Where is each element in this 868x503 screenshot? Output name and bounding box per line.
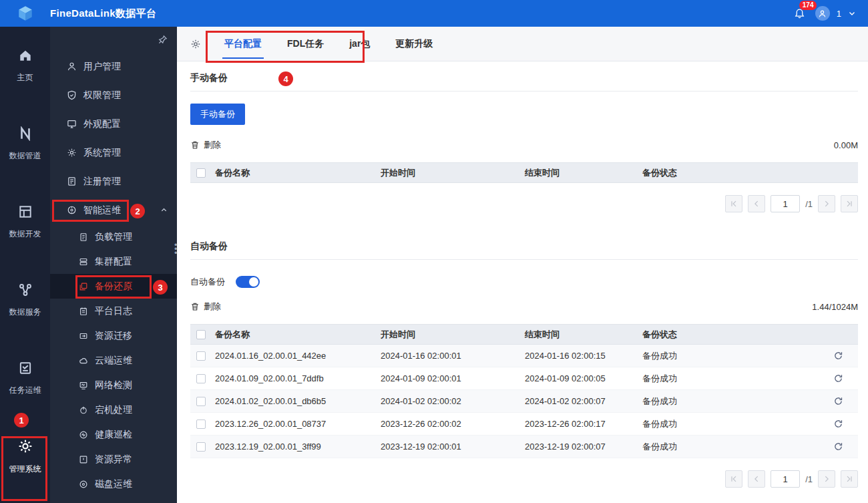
tab-platform-config[interactable]: 平台配置 <box>212 27 274 61</box>
menu-item-appearance-config[interactable]: 外观配置 <box>50 110 177 138</box>
prev-page-button[interactable] <box>748 470 765 488</box>
online-user-count: 1 <box>837 9 841 19</box>
end-time: 2024-01-09 02:00:05 <box>525 373 642 383</box>
submenu-item-resource-anomaly[interactable]: 资源异常 <box>50 447 177 472</box>
table-row: 2023.12.26_02.00.01_08737 2023-12-26 02:… <box>190 413 858 436</box>
settings-gear-icon[interactable] <box>190 39 201 49</box>
delete-label: 删除 <box>204 139 221 151</box>
start-time: 2024-01-16 02:00:01 <box>381 351 525 361</box>
chevron-up-icon[interactable] <box>160 206 168 214</box>
last-page-button[interactable] <box>841 470 858 488</box>
home-icon <box>18 48 33 63</box>
auto-backup-table: 备份名称 开始时间 结束时间 备份状态 2024.01.16_02.00.01_… <box>190 324 858 458</box>
cloud-icon <box>79 356 88 365</box>
sidebar-item-data-dev[interactable]: 数据开发 <box>0 183 50 261</box>
restore-icon[interactable] <box>833 396 843 406</box>
user-avatar[interactable] <box>815 6 830 21</box>
power-icon <box>79 405 88 415</box>
select-all-checkbox[interactable] <box>196 330 206 339</box>
next-page-button[interactable] <box>818 195 835 212</box>
submenu-item-cloud-ops[interactable]: 云端运维 <box>50 348 177 373</box>
table-row: 2023.12.19_02.00.01_3ff99 2023-12-19 02:… <box>190 436 858 458</box>
menu-item-intelligent-ops[interactable]: 智能运维 <box>50 196 177 224</box>
restore-icon[interactable] <box>833 419 843 429</box>
submenu-item-downtime-handling[interactable]: 宕机处理 <box>50 397 177 422</box>
submenu-item-network-detection[interactable]: 网络检测 <box>50 373 177 397</box>
page-number-input[interactable] <box>771 195 800 212</box>
submenu-item-health-check[interactable]: 健康巡检 <box>50 422 177 447</box>
page-total-label: /1 <box>805 199 813 209</box>
row-checkbox[interactable] <box>196 420 206 429</box>
submenu-item-load-management[interactable]: 负载管理 <box>50 224 177 249</box>
page-total-label: /1 <box>805 474 813 484</box>
row-checkbox[interactable] <box>196 397 206 406</box>
select-all-checkbox[interactable] <box>196 168 206 178</box>
sidebar-item-data-service[interactable]: 数据服务 <box>0 261 50 339</box>
end-time: 2024-01-02 02:00:07 <box>525 396 642 406</box>
tab-label: 更新升级 <box>395 38 433 50</box>
sidebar-item-home[interactable]: 主页 <box>0 27 50 105</box>
tab-label: 平台配置 <box>224 38 262 50</box>
column-header-name: 备份名称 <box>215 329 381 341</box>
end-time: 2023-12-19 02:00:07 <box>525 442 642 452</box>
manual-backup-actions: 删除 0.00M <box>190 139 858 151</box>
gear-icon <box>67 148 77 158</box>
submenu-item-resource-migration[interactable]: 资源迁移 <box>50 323 177 348</box>
chevron-down-icon[interactable] <box>848 9 856 17</box>
prev-page-button[interactable] <box>748 195 765 212</box>
sidebar-item-label: 任务运维 <box>9 385 41 396</box>
row-checkbox[interactable] <box>196 442 206 452</box>
sidebar-item-label: 数据管道 <box>9 150 41 162</box>
table-row: 2024.01.16_02.00.01_442ee 2024-01-16 02:… <box>190 345 858 367</box>
network-icon <box>79 381 88 390</box>
divider <box>190 259 858 260</box>
submenu-item-cluster-config[interactable]: 集群配置 <box>50 249 177 274</box>
column-header-status: 备份状态 <box>642 329 818 341</box>
first-page-button[interactable] <box>725 195 742 212</box>
backup-name: 2024.01.09_02.00.01_7ddfb <box>215 373 381 383</box>
sidebar-item-label: 数据开发 <box>9 228 41 240</box>
menu-item-registration-management[interactable]: 注册管理 <box>50 167 177 196</box>
notification-bell-button[interactable]: 174 <box>791 5 809 22</box>
restore-icon[interactable] <box>833 373 843 383</box>
sidebar-item-task-ops[interactable]: 任务运维 <box>0 339 50 417</box>
top-bar: FineDataLink数据平台 174 1 <box>0 0 868 27</box>
panel-resize-handle[interactable]: ••• <box>174 243 178 255</box>
annotation-badge-1: 1 <box>14 413 29 428</box>
auto-backup-size: 1.44/1024M <box>812 302 858 312</box>
menu-item-label: 用户管理 <box>83 61 121 73</box>
row-checkbox[interactable] <box>196 351 206 361</box>
submenu-item-disk-ops[interactable]: 磁盘运维 <box>50 472 177 496</box>
end-time: 2024-01-16 02:00:15 <box>525 351 642 361</box>
auto-backup-toggle[interactable] <box>236 276 260 288</box>
delete-button[interactable]: 删除 <box>190 139 221 151</box>
submenu-item-platform-logs[interactable]: 平台日志 <box>50 299 177 323</box>
load-icon <box>79 232 88 242</box>
menu-item-label: 平台日志 <box>95 305 132 317</box>
first-page-button[interactable] <box>725 470 742 488</box>
backup-name: 2023.12.19_02.00.01_3ff99 <box>215 442 381 452</box>
delete-button[interactable]: 删除 <box>190 301 221 313</box>
sidebar-item-data-pipeline[interactable]: 数据管道 <box>0 105 50 183</box>
restore-icon[interactable] <box>833 442 843 452</box>
sidebar-item-admin-system[interactable]: 管理系统 <box>0 417 50 496</box>
next-page-button[interactable] <box>818 470 835 488</box>
backup-status: 备份成功 <box>642 395 818 407</box>
annotation-badge-3: 3 <box>153 280 168 295</box>
last-page-button[interactable] <box>841 195 858 212</box>
tab-update-upgrade[interactable]: 更新升级 <box>383 27 445 61</box>
manual-backup-button[interactable]: 手动备份 <box>190 104 245 125</box>
menu-item-user-management[interactable]: 用户管理 <box>50 52 177 81</box>
row-checkbox[interactable] <box>196 374 206 383</box>
start-time: 2023-12-19 02:00:01 <box>381 442 525 452</box>
page-number-input[interactable] <box>771 470 800 488</box>
health-icon <box>79 430 88 440</box>
menu-item-system-management[interactable]: 系统管理 <box>50 138 177 167</box>
document-icon <box>67 176 77 186</box>
menu-item-permission-management[interactable]: 权限管理 <box>50 81 177 110</box>
pin-sidebar-button[interactable] <box>158 35 168 45</box>
restore-icon[interactable] <box>833 351 843 361</box>
tab-label: jar包 <box>349 38 370 50</box>
tab-fdl-tasks[interactable]: FDL任务 <box>274 27 337 61</box>
tab-jar-package[interactable]: jar包 <box>337 27 383 61</box>
